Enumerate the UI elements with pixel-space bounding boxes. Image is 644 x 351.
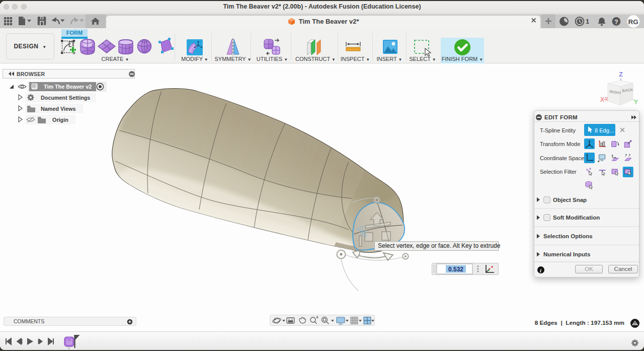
svg-text:?: ? [614, 19, 618, 26]
svg-text:Document Settings: Document Settings [41, 95, 90, 101]
svg-text:RG: RG [628, 18, 638, 26]
svg-text:Object Snap: Object Snap [553, 197, 587, 203]
svg-text:Origin: Origin [52, 117, 68, 123]
svg-text:Numerical Inputs: Numerical Inputs [543, 251, 590, 257]
svg-text:1: 1 [586, 18, 589, 25]
svg-text:Transform Mode: Transform Mode [540, 141, 580, 147]
svg-text:Selection Filter: Selection Filter [540, 169, 577, 175]
svg-text:Selection Options: Selection Options [543, 233, 593, 239]
svg-text:Soft Modification: Soft Modification [553, 215, 600, 221]
svg-text:Named Views: Named Views [41, 106, 75, 112]
svg-text:Y: Y [634, 99, 638, 106]
svg-text:8 Edg…: 8 Edg… [595, 127, 615, 133]
svg-text:X: X [600, 96, 604, 103]
svg-text:0.532: 0.532 [448, 266, 463, 273]
svg-text:Tim The Beaver v2: Tim The Beaver v2 [44, 84, 92, 90]
svg-text:EDIT FORM: EDIT FORM [544, 114, 578, 120]
svg-text:Coordinate Space: Coordinate Space [540, 155, 584, 161]
svg-text:Z: Z [619, 71, 623, 78]
svg-text:T-Spline Entity: T-Spline Entity [540, 127, 576, 133]
